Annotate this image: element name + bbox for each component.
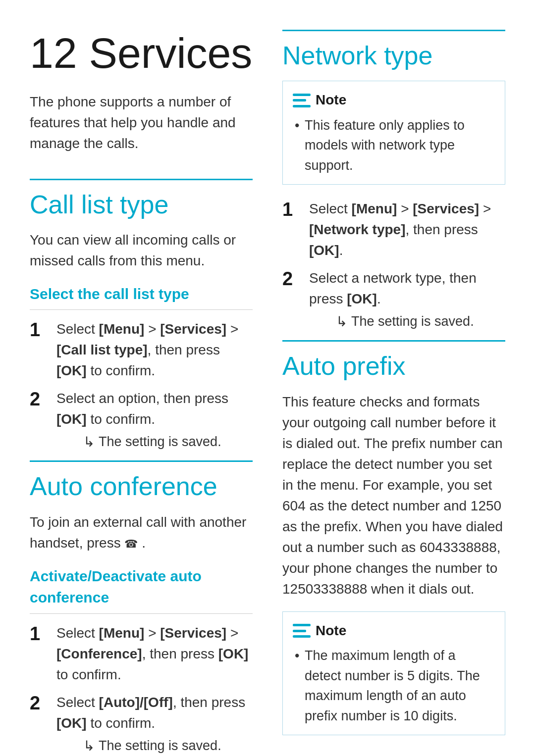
network-type-title: Network type bbox=[282, 30, 505, 71]
step-number: 1 bbox=[30, 623, 50, 646]
auto-prefix-title: Auto prefix bbox=[282, 340, 505, 381]
note-item: This feature only applies to models with… bbox=[295, 115, 495, 176]
auto-conference-intro: To join an external call with another ha… bbox=[30, 512, 253, 554]
network-type-steps: 1 Select [Menu] > [Services] > [Network … bbox=[282, 199, 505, 332]
note-text: This feature only applies to models with… bbox=[293, 115, 495, 176]
right-column: Network type Note This feature only appl… bbox=[282, 30, 505, 756]
step-number: 1 bbox=[282, 199, 302, 221]
step-text: Select [Menu] > [Services] > [Network ty… bbox=[309, 199, 505, 261]
activate-deactivate-subtitle: Activate/Deactivate auto conference bbox=[30, 565, 253, 614]
chapter-number: 12 bbox=[30, 29, 77, 77]
note-icon bbox=[293, 94, 311, 107]
note-icon-bar-1 bbox=[293, 94, 311, 96]
step-text: Select [Menu] > [Services] > [Conference… bbox=[56, 623, 253, 685]
step-text: Select [Auto]/[Off], then press [OK] to … bbox=[56, 695, 245, 731]
arrow-icon: ↳ bbox=[83, 432, 95, 453]
chapter-intro: The phone supports a number of features … bbox=[30, 92, 253, 154]
result-text: The setting is saved. bbox=[99, 736, 221, 756]
result-text: The setting is saved. bbox=[99, 432, 221, 452]
note-header: Note bbox=[293, 621, 495, 641]
step-text: Select a network type, then press [OK]. bbox=[309, 270, 477, 306]
step-result: ↳ The setting is saved. bbox=[83, 432, 253, 453]
step-number: 2 bbox=[282, 268, 302, 291]
result-text: The setting is saved. bbox=[351, 311, 474, 332]
network-type-section: Network type Note This feature only appl… bbox=[282, 30, 505, 332]
note-header: Note bbox=[293, 90, 495, 110]
auto-conference-title: Auto conference bbox=[30, 460, 253, 502]
auto-prefix-intro: This feature checks and formats your out… bbox=[282, 392, 505, 600]
note-icon-bar-1 bbox=[293, 624, 311, 626]
call-list-type-section: Call list type You can view all incoming… bbox=[30, 179, 253, 453]
call-list-type-intro: You can view all incoming calls or misse… bbox=[30, 230, 253, 271]
note-icon-bar-3 bbox=[293, 105, 311, 107]
step-item: 2 Select a network type, then press [OK]… bbox=[282, 268, 505, 332]
call-list-type-steps: 1 Select [Menu] > [Services] > [Call lis… bbox=[30, 319, 253, 453]
note-item: The maximum length of a detect number is… bbox=[295, 646, 495, 726]
chapter-title: 12 Services bbox=[30, 30, 253, 77]
auto-conference-section: Auto conference To join an external call… bbox=[30, 460, 253, 756]
select-call-list-type-subtitle: Select the call list type bbox=[30, 283, 253, 310]
step-result: ↳ The setting is saved. bbox=[83, 736, 253, 756]
note-icon bbox=[293, 624, 311, 638]
note-text: The maximum length of a detect number is… bbox=[293, 646, 495, 726]
step-item: 1 Select [Menu] > [Services] > [Network … bbox=[282, 199, 505, 261]
auto-prefix-note-box: Note The maximum length of a detect numb… bbox=[282, 611, 505, 736]
step-number: 2 bbox=[30, 692, 50, 715]
step-result: ↳ The setting is saved. bbox=[336, 311, 505, 332]
chapter-title-text: Services bbox=[89, 29, 253, 77]
note-icon-bar-2 bbox=[293, 630, 306, 632]
step-number: 2 bbox=[30, 388, 50, 411]
network-type-note-box: Note This feature only applies to models… bbox=[282, 81, 505, 185]
step-item: 2 Select an option, then press [OK] to c… bbox=[30, 388, 253, 453]
left-column: 12 Services The phone supports a number … bbox=[30, 30, 253, 756]
step-item: 1 Select [Menu] > [Services] > [Call lis… bbox=[30, 319, 253, 381]
note-label: Note bbox=[316, 621, 346, 641]
handset-icon: ☎ bbox=[124, 536, 138, 552]
auto-conference-steps: 1 Select [Menu] > [Services] > [Conferen… bbox=[30, 623, 253, 756]
note-label: Note bbox=[316, 90, 346, 110]
step-number: 1 bbox=[30, 319, 50, 342]
note-icon-bar-2 bbox=[293, 99, 306, 101]
step-item: 1 Select [Menu] > [Services] > [Conferen… bbox=[30, 623, 253, 685]
auto-prefix-section: Auto prefix This feature checks and form… bbox=[282, 340, 505, 735]
arrow-icon: ↳ bbox=[336, 311, 347, 332]
note-icon-bar-3 bbox=[293, 635, 311, 638]
step-item: 2 Select [Auto]/[Off], then press [OK] t… bbox=[30, 692, 253, 756]
step-text: Select [Menu] > [Services] > [Call list … bbox=[56, 319, 253, 381]
call-list-type-title: Call list type bbox=[30, 179, 253, 220]
arrow-icon: ↳ bbox=[83, 736, 95, 756]
step-text: Select an option, then press [OK] to con… bbox=[56, 391, 228, 427]
